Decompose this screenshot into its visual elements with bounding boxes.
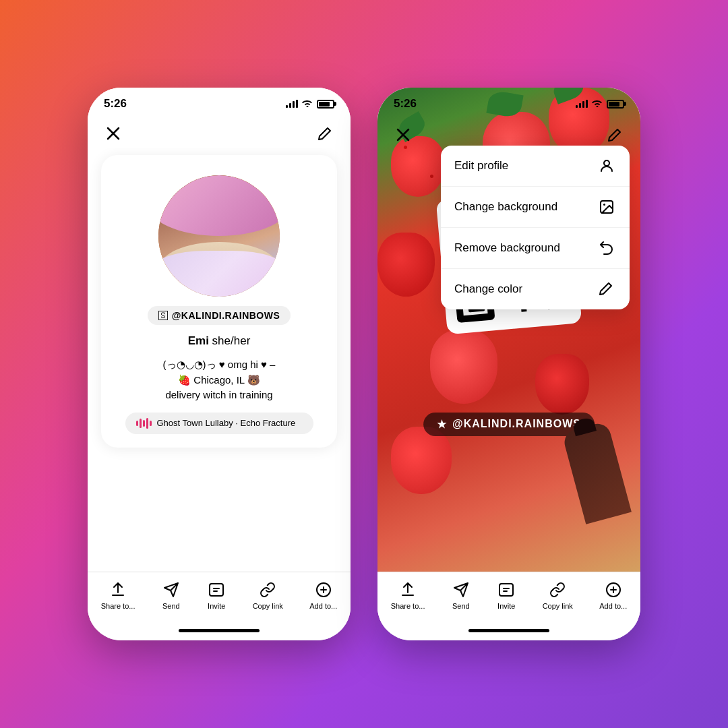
person-icon xyxy=(597,156,616,175)
copylink-label-1: Copy link xyxy=(253,602,283,610)
music-text: Ghost Town Lullaby · Echo Fracture xyxy=(157,418,296,428)
share-label-1: Share to... xyxy=(101,602,135,610)
send-icon-2 xyxy=(452,580,471,599)
signal-icon-2 xyxy=(576,100,588,108)
addto-label-1: Add to... xyxy=(309,602,337,610)
strawberry-8 xyxy=(391,427,452,494)
qr-username-star: ★ xyxy=(437,418,447,431)
context-menu: Edit profile Change background Remove ba… xyxy=(441,146,630,309)
status-bar-2: 5:26 xyxy=(377,88,640,116)
svg-point-65 xyxy=(604,160,609,166)
strawberry-6 xyxy=(430,330,497,404)
battery-icon-2 xyxy=(607,100,624,109)
copylink-icon-1 xyxy=(258,580,277,599)
addto-label-2: Add to... xyxy=(599,602,627,610)
send-label-1: Send xyxy=(162,602,180,610)
share-label-2: Share to... xyxy=(391,602,425,610)
qr-username-text: @KALINDI.RAINBOWS xyxy=(452,418,581,430)
invite-label-1: Invite xyxy=(208,602,225,610)
hand-decoration xyxy=(573,425,640,533)
signal-icon-1 xyxy=(286,100,298,108)
edit-button-2[interactable] xyxy=(603,123,627,147)
username-text: @KALINDI.RAINBOWS xyxy=(172,310,280,321)
home-indicator-2 xyxy=(468,629,549,632)
menu-item-change-color[interactable]: Change color xyxy=(441,269,630,309)
strawberry-4 xyxy=(377,233,435,297)
phone-2-screen: 5:26 xyxy=(377,88,640,640)
invite-icon-1 xyxy=(207,580,226,599)
status-icons-1 xyxy=(286,98,334,109)
share-icon-2 xyxy=(398,580,417,599)
image-icon xyxy=(597,198,616,216)
undo-icon xyxy=(597,239,616,257)
music-wave-icon xyxy=(136,418,152,429)
addto-icon-2 xyxy=(604,580,623,599)
menu-item-change-background-label: Change background xyxy=(454,200,557,214)
menu-item-edit-profile-label: Edit profile xyxy=(454,159,508,173)
share-icon-1 xyxy=(109,580,127,599)
copylink-icon-2 xyxy=(548,580,567,599)
status-time-2: 5:26 xyxy=(394,97,417,111)
edit-button-1[interactable] xyxy=(313,121,337,146)
bottom-bar-2: Share to... Send Invite Copy link xyxy=(377,572,640,624)
share-action-1[interactable]: Share to... xyxy=(101,580,135,610)
share-action-2[interactable]: Share to... xyxy=(391,580,425,610)
avatar xyxy=(158,175,280,297)
invite-label-2: Invite xyxy=(497,602,515,610)
menu-item-change-background[interactable]: Change background xyxy=(441,187,630,228)
menu-item-remove-background-label: Remove background xyxy=(454,241,560,255)
close-button-1[interactable] xyxy=(101,121,125,146)
addto-action-2[interactable]: Add to... xyxy=(599,580,627,610)
phone-2: 5:26 xyxy=(377,88,640,640)
battery-icon-1 xyxy=(317,100,334,109)
status-bar-1: 5:26 xyxy=(88,88,351,116)
username-badge: 🅂 @KALINDI.RAINBOWS xyxy=(148,306,291,325)
send-action-1[interactable]: Send xyxy=(162,580,181,610)
profile-name: Emi she/her xyxy=(188,334,251,348)
phone-1: 5:26 xyxy=(88,88,351,640)
music-bar: Ghost Town Lullaby · Echo Fracture xyxy=(125,413,313,434)
svg-rect-2 xyxy=(210,584,223,596)
strawberry-7 xyxy=(535,354,589,415)
svg-point-67 xyxy=(603,204,605,206)
phone-1-screen: 5:26 xyxy=(88,88,351,640)
status-icons-2 xyxy=(576,98,624,109)
send-label-2: Send xyxy=(452,602,470,610)
pen-icon xyxy=(597,280,616,299)
send-action-2[interactable]: Send xyxy=(452,580,471,610)
close-button-2[interactable] xyxy=(391,123,415,147)
menu-item-change-color-label: Change color xyxy=(454,282,522,296)
copylink-label-2: Copy link xyxy=(543,602,573,610)
invite-action-1[interactable]: Invite xyxy=(207,580,226,610)
copylink-action-1[interactable]: Copy link xyxy=(253,580,283,610)
nav-bar-1 xyxy=(88,116,351,148)
svg-rect-70 xyxy=(499,584,513,596)
qr-nav xyxy=(377,117,640,150)
card-inner: 🅂 @KALINDI.RAINBOWS Emi she/her (っ◔◡◔)っ … xyxy=(101,155,337,448)
addto-icon-1 xyxy=(314,580,333,599)
wifi-icon-1 xyxy=(302,98,313,109)
home-indicator-1 xyxy=(179,629,260,632)
invite-action-2[interactable]: Invite xyxy=(497,580,516,610)
profile-card: 🅂 @KALINDI.RAINBOWS Emi she/her (っ◔◡◔)っ … xyxy=(88,148,351,572)
invite-icon-2 xyxy=(497,580,516,599)
profile-bio: (っ◔◡◔)っ ♥ omg hi ♥ – 🍓 Chicago, IL 🐻 del… xyxy=(163,357,276,403)
qr-screen: ★ @KALINDI.RAINBOWS Edit profile xyxy=(377,88,640,572)
wifi-icon-2 xyxy=(592,98,603,109)
menu-item-edit-profile[interactable]: Edit profile xyxy=(441,146,630,187)
bottom-bar-1: Share to... Send Invite Copy link xyxy=(88,572,351,624)
menu-item-remove-background[interactable]: Remove background xyxy=(441,228,630,269)
addto-action-1[interactable]: Add to... xyxy=(309,580,337,610)
status-time-1: 5:26 xyxy=(104,97,127,111)
copylink-action-2[interactable]: Copy link xyxy=(543,580,573,610)
send-icon-1 xyxy=(162,580,181,599)
